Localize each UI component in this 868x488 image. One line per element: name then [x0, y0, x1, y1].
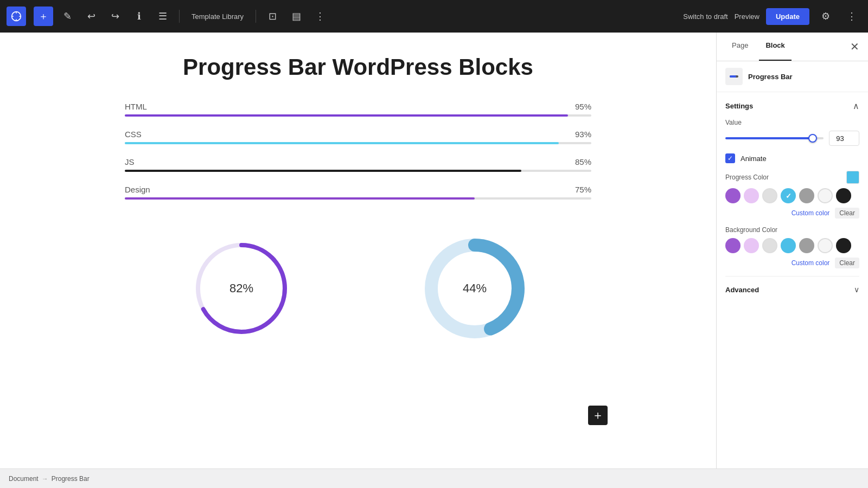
- slider-row: [725, 131, 859, 146]
- align-button[interactable]: ⊡: [263, 7, 282, 26]
- progress-item: JS 85%: [125, 157, 591, 172]
- more-options-icon[interactable]: ⋮: [842, 7, 861, 26]
- progress-fill: [125, 197, 475, 200]
- breadcrumb-separator: →: [42, 475, 48, 483]
- wp-logo[interactable]: [7, 7, 26, 26]
- progress-swatch-6[interactable]: [836, 188, 851, 203]
- progress-color-swatches: [725, 188, 859, 203]
- progress-item: HTML 95%: [125, 102, 591, 117]
- circle-chart-2: 44%: [420, 234, 529, 343]
- preview-button[interactable]: Preview: [735, 12, 760, 21]
- background-color-swatches: [725, 238, 859, 253]
- panel-close-button[interactable]: ✕: [850, 33, 859, 61]
- animate-checkbox[interactable]: ✓: [725, 153, 735, 163]
- value-number-input[interactable]: [829, 131, 859, 146]
- animate-label: Animate: [741, 155, 767, 163]
- progress-swatch-1[interactable]: [744, 188, 759, 203]
- info-button[interactable]: ℹ: [129, 7, 149, 26]
- progress-swatch-3[interactable]: [781, 188, 796, 203]
- progress-label: HTML: [125, 102, 147, 111]
- bottom-bar: Document → Progress Bar: [0, 468, 868, 488]
- settings-collapse-button[interactable]: ∧: [853, 101, 859, 111]
- add-block-button[interactable]: ＋: [34, 7, 53, 26]
- background-clear-button[interactable]: Clear: [835, 258, 859, 268]
- progress-swatch-5[interactable]: [818, 188, 833, 203]
- progress-color-actions: Custom color Clear: [725, 208, 859, 219]
- value-label: Value: [725, 119, 859, 126]
- progress-value: 93%: [575, 130, 591, 139]
- progress-fill: [125, 170, 521, 172]
- circle-2-label: 44%: [463, 281, 487, 296]
- tab-page[interactable]: Page: [725, 33, 755, 61]
- progress-clear-button[interactable]: Clear: [835, 208, 859, 219]
- progress-swatch-4[interactable]: [799, 188, 814, 203]
- layout-button[interactable]: ▤: [286, 7, 306, 26]
- progress-value: 95%: [575, 102, 591, 111]
- edit-button[interactable]: ✎: [58, 7, 77, 26]
- undo-button[interactable]: ↩: [81, 7, 101, 26]
- progress-item: CSS 93%: [125, 130, 591, 144]
- settings-header: Settings ∧: [725, 101, 859, 111]
- progress-value: 75%: [575, 185, 591, 194]
- more-button[interactable]: ⋮: [310, 7, 330, 26]
- background-swatch-4[interactable]: [799, 238, 814, 253]
- progress-color-label: Progress Color: [725, 174, 769, 181]
- progress-label: Design: [125, 185, 150, 194]
- page-title: Progress Bar WordPress Blocks: [183, 54, 533, 80]
- settings-section: Settings ∧ Value ✓ Animate: [725, 101, 859, 268]
- svg-rect-6: [730, 75, 736, 78]
- progress-value: 85%: [575, 157, 591, 166]
- background-custom-color-button[interactable]: Custom color: [792, 259, 830, 267]
- breadcrumb-current[interactable]: Progress Bar: [52, 475, 90, 483]
- progress-track: [125, 197, 591, 200]
- background-swatch-2[interactable]: [762, 238, 777, 253]
- progress-item: Design 75%: [125, 185, 591, 200]
- divider2: [256, 10, 256, 23]
- value-slider[interactable]: [725, 137, 824, 139]
- progress-label: CSS: [125, 130, 142, 139]
- circle-chart-1: 82%: [187, 234, 296, 343]
- template-library-button[interactable]: Template Library: [186, 9, 249, 24]
- circle-1-label: 82%: [229, 281, 253, 296]
- panel-tabs: Page Block ✕: [717, 33, 868, 61]
- block-name: Progress Bar: [748, 73, 793, 81]
- background-swatch-1[interactable]: [744, 238, 759, 253]
- list-button[interactable]: ☰: [153, 7, 173, 26]
- progress-track: [125, 114, 591, 117]
- background-color-header: Background Color: [725, 226, 859, 234]
- background-color-section: Background Color Custom color Clear: [725, 226, 859, 268]
- progress-label: JS: [125, 157, 135, 166]
- settings-icon[interactable]: ⚙: [816, 7, 835, 26]
- progress-swatch-0[interactable]: [725, 188, 741, 203]
- toolbar: ＋ ✎ ↩ ↪ ℹ ☰ Template Library ⊡ ▤ ⋮ Switc…: [0, 0, 868, 33]
- progress-track: [125, 142, 591, 144]
- block-icon: [725, 68, 743, 85]
- right-panel: Page Block ✕ Progress Bar Settings ∧: [716, 33, 868, 468]
- breadcrumb-document[interactable]: Document: [9, 475, 39, 483]
- advanced-header[interactable]: Advanced ∨: [725, 283, 859, 296]
- background-color-actions: Custom color Clear: [725, 258, 859, 268]
- progress-fill: [125, 114, 568, 117]
- background-swatch-6[interactable]: [836, 238, 851, 253]
- update-button[interactable]: Update: [766, 8, 809, 25]
- background-swatch-0[interactable]: [725, 238, 741, 253]
- background-swatch-3[interactable]: [781, 238, 796, 253]
- switch-draft-button[interactable]: Switch to draft: [683, 12, 727, 21]
- tab-block[interactable]: Block: [759, 33, 791, 61]
- progress-fill: [125, 142, 559, 144]
- background-color-label: Background Color: [725, 226, 777, 234]
- progress-color-preview[interactable]: [846, 171, 859, 184]
- main-layout: Progress Bar WordPress Blocks HTML 95% C…: [0, 33, 868, 468]
- progress-custom-color-button[interactable]: Custom color: [792, 209, 830, 217]
- canvas: Progress Bar WordPress Blocks HTML 95% C…: [0, 33, 716, 468]
- progress-color-section: Progress Color Custom color Clear: [725, 171, 859, 219]
- redo-button[interactable]: ↪: [105, 7, 125, 26]
- advanced-title: Advanced: [725, 286, 759, 294]
- progress-bars-container: HTML 95% CSS 93% JS 85% Design 75%: [125, 102, 591, 200]
- progress-swatch-2[interactable]: [762, 188, 777, 203]
- progress-track: [125, 170, 591, 172]
- panel-block-header: Progress Bar: [717, 61, 868, 92]
- background-swatch-5[interactable]: [818, 238, 833, 253]
- add-block-canvas-button[interactable]: ＋: [588, 406, 608, 425]
- chevron-down-icon: ∨: [854, 285, 859, 294]
